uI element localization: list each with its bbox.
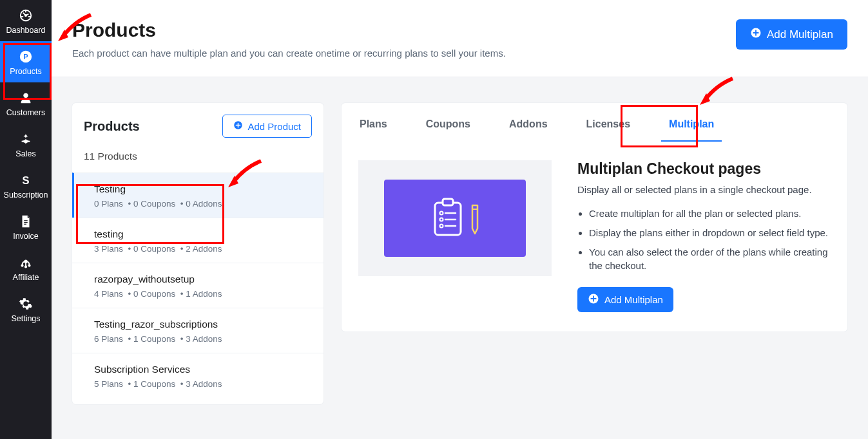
sidebar-label: Invoice <box>13 232 39 241</box>
svg-point-21 <box>440 225 443 228</box>
bullet: You can also select the order of the pla… <box>589 245 831 274</box>
product-row[interactable]: razorpay_withoutsetup 4 Plans • 0 Coupon… <box>72 263 323 308</box>
product-meta: 0 Plans • 0 Coupons • 0 Addons <box>94 199 312 209</box>
affiliate-icon <box>18 255 34 270</box>
sidebar-item-customers[interactable]: Customers <box>0 82 52 124</box>
plus-circle-icon <box>233 120 243 132</box>
svg-point-4 <box>23 93 28 98</box>
product-name: Testing <box>94 183 312 195</box>
tab-licenses[interactable]: Licenses <box>585 115 632 142</box>
tab-plans[interactable]: Plans <box>358 115 389 142</box>
product-meta: 3 Plans • 0 Coupons • 2 Addons <box>94 244 312 254</box>
detail-panel: Plans Coupons Addons Licenses Multiplan <box>342 103 847 332</box>
multiplan-bullets: Create multiplan for all the plan or sel… <box>577 207 831 273</box>
svg-rect-7 <box>24 222 28 223</box>
button-label: Add Multiplan <box>604 294 663 305</box>
product-row[interactable]: testing 3 Plans • 0 Coupons • 2 Addons <box>72 218 323 263</box>
page-subtitle: Each product can have multiple plan and … <box>72 48 506 59</box>
multiplan-title: Multiplan Checkout pages <box>577 160 831 178</box>
add-product-button[interactable]: Add Product <box>222 115 312 138</box>
main: Products Each product can have multiple … <box>52 0 868 439</box>
page-header: Products Each product can have multiple … <box>52 0 868 77</box>
pen-icon <box>471 200 479 236</box>
products-icon: P <box>18 49 34 64</box>
plus-circle-icon <box>750 27 762 42</box>
product-row[interactable]: Testing_razor_subscriptions 6 Plans • 1 … <box>72 308 323 353</box>
dashboard-icon <box>18 8 34 23</box>
content: Products Add Product 11 Products Testing… <box>52 77 868 404</box>
sidebar-item-dashboard[interactable]: Dashboard <box>0 0 52 41</box>
multiplan-section: Multiplan Checkout pages Display all or … <box>358 160 831 312</box>
sidebar-label: Sales <box>15 149 35 158</box>
sidebar: Dashboard P Products Customers Sales S S… <box>0 0 52 439</box>
svg-point-19 <box>440 218 443 221</box>
settings-icon <box>18 296 34 312</box>
svg-rect-6 <box>24 220 28 221</box>
product-meta: 4 Plans • 0 Coupons • 1 Addons <box>94 289 312 299</box>
svg-text:P: P <box>23 53 28 61</box>
svg-rect-16 <box>443 199 453 205</box>
product-name: Testing_razor_subscriptions <box>94 319 312 330</box>
sidebar-item-subscription[interactable]: S Subscription <box>0 165 52 206</box>
page-title: Products <box>72 19 506 41</box>
sidebar-item-sales[interactable]: Sales <box>0 124 52 165</box>
subscription-icon: S <box>18 173 34 188</box>
products-count: 11 Products <box>72 151 323 173</box>
plus-circle-icon <box>588 293 599 306</box>
sidebar-label: Dashboard <box>6 26 45 35</box>
svg-point-10 <box>21 265 23 266</box>
multiplan-illustration <box>358 160 552 276</box>
bullet: Create multiplan for all the plan or sel… <box>589 207 831 221</box>
sidebar-item-settings[interactable]: Settings <box>0 288 52 330</box>
product-row[interactable]: Subscription Services 5 Plans • 1 Coupon… <box>72 353 323 398</box>
add-multiplan-button[interactable]: Add Multiplan <box>736 19 847 50</box>
bullet: Display the plans either in dropdown or … <box>589 226 831 240</box>
customers-icon <box>18 90 34 106</box>
sidebar-label: Affiliate <box>13 273 39 282</box>
sidebar-label: Settings <box>11 314 40 323</box>
svg-point-11 <box>28 265 30 266</box>
add-multiplan-button-secondary[interactable]: Add Multiplan <box>577 287 673 312</box>
product-meta: 6 Plans • 1 Coupons • 3 Addons <box>94 334 312 344</box>
sidebar-item-products[interactable]: P Products <box>0 41 52 82</box>
tab-coupons[interactable]: Coupons <box>425 115 472 142</box>
sales-icon <box>18 131 34 147</box>
button-label: Add Product <box>247 121 301 132</box>
svg-point-17 <box>440 212 443 215</box>
invoice-icon <box>18 214 34 229</box>
tab-addons[interactable]: Addons <box>508 115 549 142</box>
products-panel-title: Products <box>84 119 140 134</box>
products-panel: Products Add Product 11 Products Testing… <box>72 103 323 404</box>
clipboard-icon <box>431 198 467 239</box>
sidebar-label: Customers <box>6 108 45 117</box>
multiplan-description: Display all or selected plans in a singl… <box>577 184 831 195</box>
product-name: testing <box>94 229 312 240</box>
svg-text:S: S <box>22 174 29 186</box>
product-meta: 5 Plans • 1 Coupons • 3 Addons <box>94 379 312 389</box>
sidebar-label: Subscription <box>4 191 48 200</box>
product-row[interactable]: Testing 0 Plans • 0 Coupons • 0 Addons <box>72 173 323 218</box>
svg-point-1 <box>25 15 26 16</box>
sidebar-label: Products <box>10 67 41 76</box>
button-label: Add Multiplan <box>767 28 833 41</box>
product-name: Subscription Services <box>94 364 312 375</box>
sidebar-item-invoice[interactable]: Invoice <box>0 206 52 247</box>
product-name: razorpay_withoutsetup <box>94 274 312 285</box>
tab-multiplan[interactable]: Multiplan <box>668 115 715 142</box>
svg-point-12 <box>25 266 26 267</box>
tabs: Plans Coupons Addons Licenses Multiplan <box>358 115 831 142</box>
svg-rect-8 <box>24 224 26 225</box>
sidebar-item-affiliate[interactable]: Affiliate <box>0 247 52 288</box>
product-list: Testing 0 Plans • 0 Coupons • 0 Addons t… <box>72 173 323 398</box>
